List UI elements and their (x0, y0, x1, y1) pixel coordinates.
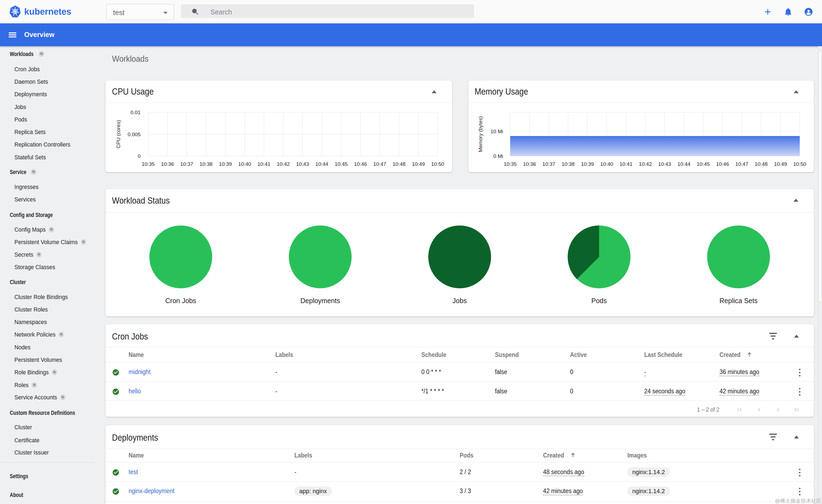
svg-text:Cron Jobs: Cron Jobs (165, 297, 196, 305)
svg-text:10:35: 10:35 (142, 161, 155, 167)
svg-text:10:41: 10:41 (620, 161, 633, 167)
svg-text:10:38: 10:38 (561, 161, 575, 167)
svg-text:10:37: 10:37 (180, 161, 193, 167)
svg-text:Replica Sets: Replica Sets (720, 297, 758, 305)
svg-text:10:47: 10:47 (373, 161, 386, 167)
svg-text:10:49: 10:49 (774, 161, 787, 167)
svg-text:10:50: 10:50 (793, 161, 806, 167)
svg-text:10:41: 10:41 (258, 161, 271, 167)
svg-text:10:36: 10:36 (161, 161, 174, 167)
svg-text:0: 0 (137, 153, 140, 159)
svg-text:10:40: 10:40 (238, 161, 251, 167)
svg-text:10:37: 10:37 (542, 161, 555, 167)
svg-text:10:45: 10:45 (697, 161, 710, 167)
svg-text:10:49: 10:49 (412, 161, 425, 167)
svg-text:0.01: 0.01 (130, 109, 140, 115)
svg-text:10:48: 10:48 (393, 161, 406, 167)
svg-text:10:50: 10:50 (431, 161, 444, 167)
svg-text:10:45: 10:45 (335, 161, 348, 167)
svg-text:10:38: 10:38 (199, 161, 213, 167)
svg-text:10:42: 10:42 (639, 161, 652, 167)
svg-text:10:42: 10:42 (277, 161, 290, 167)
svg-text:0 Mi: 0 Mi (493, 153, 503, 159)
svg-text:10:36: 10:36 (523, 161, 536, 167)
svg-text:Memory (bytes): Memory (bytes) (478, 116, 483, 152)
svg-text:10:40: 10:40 (600, 161, 613, 167)
svg-text:Jobs: Jobs (453, 297, 467, 305)
svg-text:10:44: 10:44 (678, 161, 691, 167)
svg-text:10:43: 10:43 (658, 161, 671, 167)
svg-text:10:44: 10:44 (315, 161, 328, 167)
svg-text:Pods: Pods (591, 297, 607, 305)
svg-text:10:46: 10:46 (354, 161, 367, 167)
svg-text:10:35: 10:35 (504, 161, 517, 167)
svg-text:10 Mi: 10 Mi (491, 128, 503, 134)
svg-text:10:39: 10:39 (219, 161, 232, 167)
svg-text:10:47: 10:47 (735, 161, 748, 167)
svg-text:CPU (cores): CPU (cores) (115, 120, 121, 148)
svg-text:10:48: 10:48 (755, 161, 768, 167)
svg-text:10:43: 10:43 (296, 161, 309, 167)
svg-text:10:39: 10:39 (581, 161, 594, 167)
svg-text:Deployments: Deployments (300, 297, 340, 305)
svg-text:10:46: 10:46 (716, 161, 729, 167)
svg-text:0.005: 0.005 (127, 131, 140, 137)
